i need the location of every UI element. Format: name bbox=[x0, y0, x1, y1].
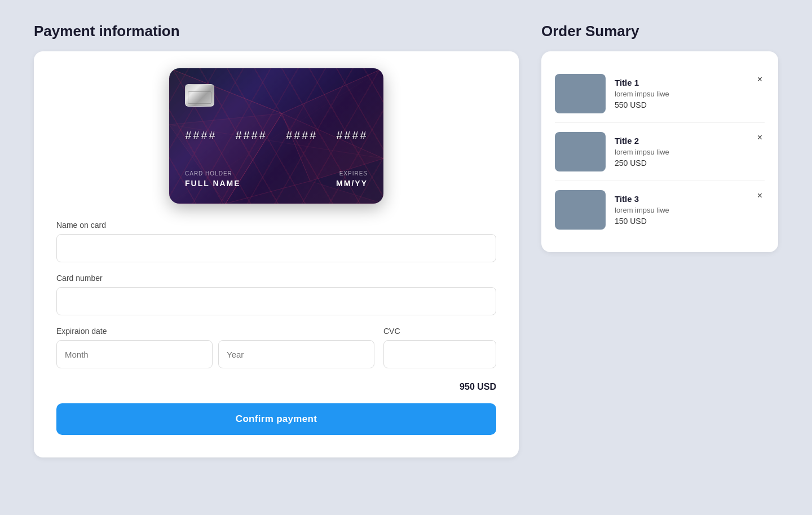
order-card: Title 1 lorem impsu liwe 550 USD × Title… bbox=[541, 51, 778, 252]
cvc-group: CVC bbox=[383, 327, 496, 368]
card-expires-section: Expires MM/YY bbox=[336, 170, 368, 188]
page-layout: Payment information bbox=[34, 23, 778, 457]
item-desc-2: lorem impsu liwe bbox=[615, 148, 765, 156]
card-chip bbox=[185, 84, 214, 107]
order-item: Title 2 lorem impsu liwe 250 USD × bbox=[555, 123, 765, 181]
item-info-2: Title 2 lorem impsu liwe 250 USD bbox=[615, 136, 765, 168]
confirm-payment-button[interactable]: Confirm payment bbox=[56, 403, 496, 435]
card-expires-value: MM/YY bbox=[336, 179, 368, 188]
order-item: Title 1 lorem impsu liwe 550 USD × bbox=[555, 65, 765, 123]
total-amount: 950 USD bbox=[56, 382, 496, 392]
cvc-input[interactable] bbox=[383, 340, 496, 368]
year-input[interactable] bbox=[218, 340, 374, 368]
item-title-3: Title 3 bbox=[615, 194, 765, 204]
order-item: Title 3 lorem impsu liwe 150 USD × bbox=[555, 181, 765, 239]
item-price-3: 150 USD bbox=[615, 217, 765, 226]
item-title-1: Title 1 bbox=[615, 78, 765, 87]
name-on-card-field: Name on card bbox=[56, 221, 496, 262]
name-on-card-label: Name on card bbox=[56, 221, 496, 230]
expiry-label: Expiraion date bbox=[56, 327, 374, 336]
payment-panel: Payment information bbox=[34, 23, 519, 457]
order-summary-panel: Order Sumary Title 1 lorem impsu liwe 55… bbox=[541, 23, 778, 457]
card-group-4: #### bbox=[336, 129, 368, 142]
expiry-group: Expiraion date bbox=[56, 327, 374, 368]
item-title-2: Title 2 bbox=[615, 136, 765, 146]
card-number-label: Card number bbox=[56, 274, 496, 283]
expiry-cvc-row: Expiraion date CVC bbox=[56, 327, 496, 368]
item-thumbnail-2 bbox=[555, 132, 606, 171]
card-group-1: #### bbox=[185, 129, 217, 142]
item-thumbnail-1 bbox=[555, 74, 606, 113]
card-expires-label: Expires bbox=[336, 170, 368, 177]
card-group-2: #### bbox=[235, 129, 267, 142]
cvc-label: CVC bbox=[383, 327, 496, 336]
card-group-3: #### bbox=[286, 129, 317, 142]
expiry-fields bbox=[56, 340, 374, 368]
item-remove-button-3[interactable]: × bbox=[755, 189, 765, 203]
card-holder-section: Card Holder FULL NAME bbox=[185, 170, 241, 188]
item-thumbnail-3 bbox=[555, 190, 606, 230]
item-remove-button-2[interactable]: × bbox=[755, 131, 765, 144]
item-desc-1: lorem impsu liwe bbox=[615, 90, 765, 98]
card-holder-value: FULL NAME bbox=[185, 179, 241, 188]
item-price-1: 550 USD bbox=[615, 100, 765, 109]
month-input[interactable] bbox=[56, 340, 213, 368]
card-number-field: Card number bbox=[56, 274, 496, 315]
card-holder-label: Card Holder bbox=[185, 170, 241, 177]
credit-card-visual: #### #### #### #### Card Holder FULL NAM… bbox=[169, 68, 383, 204]
item-info-3: Title 3 lorem impsu liwe 150 USD bbox=[615, 194, 765, 226]
card-number-display: #### #### #### #### bbox=[185, 129, 368, 142]
order-summary-title: Order Sumary bbox=[541, 23, 778, 40]
item-price-2: 250 USD bbox=[615, 159, 765, 168]
card-number-input[interactable] bbox=[56, 287, 496, 315]
name-on-card-input[interactable] bbox=[56, 234, 496, 262]
item-desc-3: lorem impsu liwe bbox=[615, 206, 765, 214]
payment-card-container: #### #### #### #### Card Holder FULL NAM… bbox=[34, 51, 519, 457]
payment-title: Payment information bbox=[34, 23, 519, 40]
item-remove-button-1[interactable]: × bbox=[755, 73, 765, 86]
item-info-1: Title 1 lorem impsu liwe 550 USD bbox=[615, 78, 765, 109]
